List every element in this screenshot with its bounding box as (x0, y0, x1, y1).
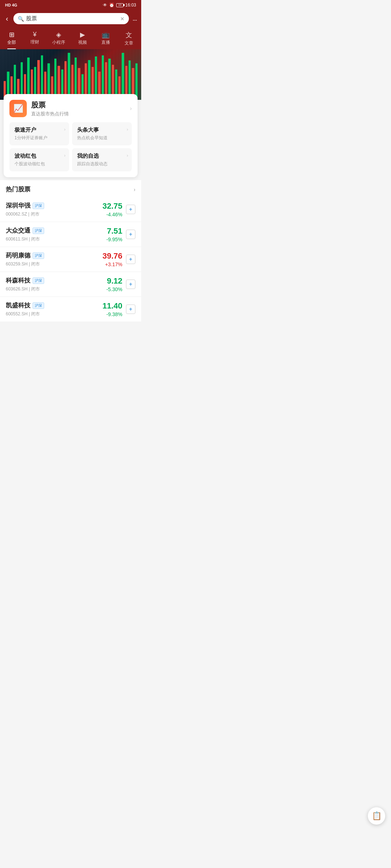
quick-link-open-account-arrow: › (64, 127, 66, 132)
hero-banner (0, 49, 141, 100)
tab-live[interactable]: 📺 直播 (94, 29, 117, 49)
stock-change: -4.46% (106, 212, 122, 217)
stock-name-row: 深圳华强 沪深 (6, 201, 102, 210)
section-more-icon[interactable]: › (134, 187, 135, 192)
stock-price: 9.12 (107, 276, 122, 286)
candles-chart (0, 49, 141, 100)
stock-change: +3.17% (105, 261, 122, 267)
stock-name: 凯盛科技 (6, 301, 30, 310)
section-header: 热门股票 › (0, 180, 141, 197)
stock-item-sh-yaoming[interactable]: 药明康德 沪深 603259.SH | 闭市 39.76 +3.17% + (0, 247, 141, 272)
quick-link-open-account[interactable]: 极速开户 1分钟开证券账户 › (9, 122, 69, 145)
battery-icon: 10 (116, 3, 123, 7)
tab-wealth[interactable]: ¥ 理财 (23, 29, 46, 49)
stock-code: 603626.SH | 闭市 (6, 286, 106, 292)
stock-price: 32.75 (102, 201, 122, 211)
eye-icon: 👁 (103, 3, 107, 8)
quick-link-headline[interactable]: 头条大事 热点机会早知道 › (72, 122, 132, 145)
tab-miniapp-label: 小程序 (52, 39, 65, 46)
hot-stocks-section: 热门股票 › 深圳华强 沪深 000062.SZ | 闭市 32.75 -4.4… (0, 180, 141, 322)
stock-name: 药明康德 (6, 251, 30, 260)
tab-video-icon: ▶ (80, 31, 85, 39)
stock-price-area: 9.12 -5.30% (106, 276, 122, 292)
back-button[interactable]: ‹ (4, 13, 10, 24)
stock-item-sh-dazhong[interactable]: 大众交通 沪深 600611.SH | 闭市 7.51 -9.95% + (0, 222, 141, 247)
tab-video-label: 视频 (78, 39, 87, 46)
quick-link-open-account-desc: 1分钟开证券账户 (14, 135, 64, 141)
stock-tag: 沪深 (33, 252, 44, 259)
stock-item-sh-kaisheng[interactable]: 凯盛科技 沪深 600552.SH | 闭市 11.40 -9.38% + (0, 297, 141, 322)
stock-title-area: 股票 直达股市热点行情 (31, 100, 130, 117)
stock-name: 科森科技 (6, 276, 30, 285)
stock-tag: 沪深 (33, 277, 44, 284)
tab-wealth-label: 理财 (30, 39, 39, 45)
stock-code: 000062.SZ | 闭市 (6, 211, 102, 217)
stock-price-area: 11.40 -9.38% (102, 301, 122, 317)
tab-article[interactable]: 文 文章 (117, 29, 140, 49)
tab-video[interactable]: ▶ 视频 (71, 29, 94, 49)
time-display: 16:03 (125, 3, 136, 8)
tabs-bar: ⊞ 全部 ¥ 理财 ◈ 小程序 ▶ 视频 📺 直播 文 文章 (0, 27, 141, 49)
tab-miniapp[interactable]: ◈ 小程序 (46, 29, 71, 49)
search-icon: 🔍 (18, 16, 24, 22)
add-watchlist-button[interactable]: + (126, 305, 135, 314)
stock-name: 大众交通 (6, 226, 30, 235)
tab-wealth-icon: ¥ (33, 31, 37, 38)
tab-live-icon: 📺 (102, 31, 110, 39)
stock-logo-icon: 📈 (13, 104, 23, 113)
add-watchlist-button[interactable]: + (126, 230, 135, 239)
add-watchlist-button[interactable]: + (126, 255, 135, 264)
stock-info-sh-dazhong: 大众交通 沪深 600611.SH | 闭市 (6, 226, 106, 242)
stock-card-title: 股票 (31, 100, 130, 110)
stock-name-row: 凯盛科技 沪深 (6, 301, 102, 310)
stock-code: 600611.SH | 闭市 (6, 236, 106, 242)
stock-item-sz-huaqiang[interactable]: 深圳华强 沪深 000062.SZ | 闭市 32.75 -4.46% + (0, 197, 141, 222)
card-chevron-icon: › (130, 105, 132, 112)
quick-link-red-packet[interactable]: 波动红包 个股波动领红包 › (9, 148, 69, 171)
status-left: HD 4G (5, 3, 17, 7)
stock-logo: 📈 (9, 100, 27, 117)
alarm-icon: ⏰ (109, 3, 114, 8)
quick-link-watchlist[interactable]: 我的自选 跟踪自选股动态 › (72, 148, 132, 171)
tab-all-icon: ⊞ (9, 31, 14, 39)
quick-link-open-account-title: 极速开户 (14, 127, 64, 133)
search-bar[interactable]: 🔍 ✕ (13, 13, 129, 24)
stock-price: 39.76 (102, 251, 122, 261)
stock-tag: 沪深 (33, 302, 44, 309)
add-watchlist-button[interactable]: + (126, 205, 135, 214)
clear-icon[interactable]: ✕ (120, 16, 125, 22)
header: ‹ 🔍 ✕ ... (0, 10, 141, 27)
stock-tag: 沪深 (33, 227, 44, 234)
tab-article-icon: 文 (126, 31, 132, 39)
stock-change: -9.38% (106, 311, 122, 317)
quick-link-red-packet-arrow: › (64, 153, 66, 158)
stock-card-header[interactable]: 📈 股票 直达股市热点行情 › (9, 100, 132, 117)
quick-link-watchlist-arrow: › (127, 153, 128, 158)
tab-article-label: 文章 (125, 40, 133, 46)
stock-info-sh-kaisheng: 凯盛科技 沪深 600552.SH | 闭市 (6, 301, 102, 317)
tab-live-label: 直播 (101, 39, 110, 46)
stock-code: 600552.SH | 闭市 (6, 311, 102, 317)
stock-name: 深圳华强 (6, 201, 30, 210)
stock-item-sh-kesen[interactable]: 科森科技 沪深 603626.SH | 闭市 9.12 -5.30% + (0, 272, 141, 297)
stock-price: 11.40 (102, 301, 122, 311)
stock-price-area: 32.75 -4.46% (102, 201, 122, 217)
main-stock-card: 📈 股票 直达股市热点行情 › 极速开户 1分钟开证券账户 › 头条大事 热点机… (4, 94, 138, 177)
quick-link-watchlist-desc: 跟踪自选股动态 (77, 161, 127, 167)
more-button[interactable]: ... (133, 15, 137, 22)
add-watchlist-button[interactable]: + (126, 280, 135, 289)
stock-code: 603259.SH | 闭市 (6, 261, 102, 267)
status-bar: HD 4G 👁 ⏰ 10 16:03 (0, 0, 141, 10)
tab-miniapp-icon: ◈ (56, 31, 61, 39)
tab-all-label: 全部 (7, 39, 16, 46)
section-title: 热门股票 (6, 185, 30, 193)
quick-link-headline-desc: 热点机会早知道 (77, 135, 127, 141)
search-input[interactable] (26, 16, 118, 22)
quick-link-watchlist-title: 我的自选 (77, 153, 127, 159)
stock-price-area: 7.51 -9.95% (106, 226, 122, 242)
quick-link-headline-arrow: › (127, 127, 128, 132)
stock-card-subtitle: 直达股市热点行情 (31, 111, 130, 117)
tab-all[interactable]: ⊞ 全部 (0, 29, 23, 49)
stock-tag: 沪深 (33, 203, 44, 209)
stock-name-row: 科森科技 沪深 (6, 276, 106, 285)
